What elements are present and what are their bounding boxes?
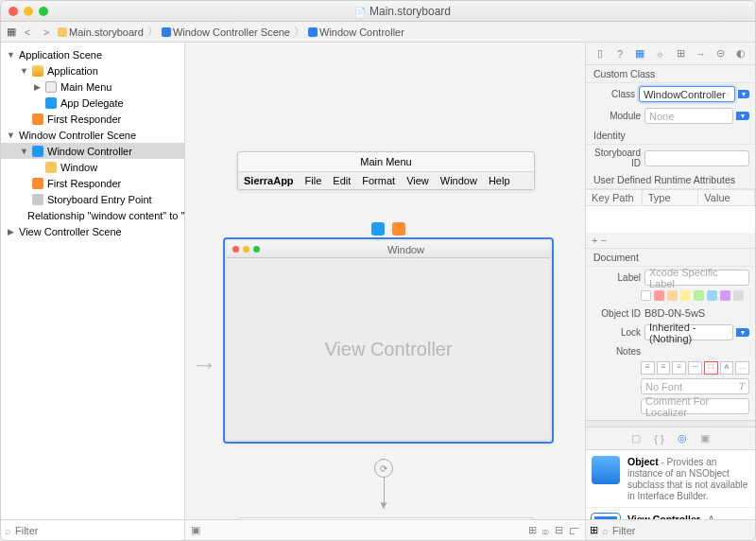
file-inspector-tab[interactable]: ▯ bbox=[592, 45, 609, 62]
udra-add-remove[interactable]: + − bbox=[586, 233, 755, 249]
scene-icon bbox=[162, 27, 171, 37]
outline-row[interactable]: First Responder bbox=[1, 111, 184, 127]
class-dropdown-icon[interactable]: ▾ bbox=[738, 90, 749, 98]
grid-view-icon[interactable]: ⊞ bbox=[590, 524, 598, 536]
first-responder-icon[interactable] bbox=[392, 222, 405, 236]
forward-button[interactable]: > bbox=[39, 26, 54, 38]
outline-row[interactable]: ▼Application bbox=[1, 62, 184, 79]
outline-row[interactable]: ▶Main Menu bbox=[1, 79, 184, 95]
align-icon[interactable]: ⊟ bbox=[555, 524, 563, 536]
window-content-placeholder: View Controller bbox=[227, 258, 550, 440]
outline-row[interactable]: Relationship "window content" to "… bbox=[1, 207, 184, 223]
help-inspector-tab[interactable]: ? bbox=[611, 45, 628, 62]
inspector-panel: ▯ ? ▦ ⟐ ⊞ → ⊝ ◐ Custom Class Class Windo… bbox=[585, 43, 755, 540]
window-controller-scene[interactable]: Window View Controller bbox=[223, 220, 554, 444]
effects-inspector-tab[interactable]: ◐ bbox=[732, 45, 749, 62]
main-menu-title: Main Menu bbox=[238, 152, 534, 171]
module-dropdown-icon[interactable]: ▾ bbox=[736, 112, 749, 120]
notes-font-field[interactable]: No Font𝑇 bbox=[641, 378, 749, 394]
media-library-tab[interactable]: ▣ bbox=[700, 432, 710, 445]
storyboard-id-field[interactable] bbox=[644, 150, 749, 166]
search-icon: ⌕ bbox=[602, 525, 609, 536]
jumpbar-segment[interactable]: Window Controller bbox=[308, 26, 404, 38]
udra-header: User Defined Runtime Attributes bbox=[586, 171, 755, 189]
library-item-icon bbox=[592, 456, 620, 484]
main-menu-scene[interactable]: Main Menu SierraAppFileEditFormatViewWin… bbox=[237, 151, 535, 190]
library-item[interactable]: View Controller - A controller that mana… bbox=[586, 508, 755, 519]
embed-icon[interactable]: ⎄ bbox=[542, 525, 549, 536]
udra-table[interactable] bbox=[586, 206, 755, 233]
window-controller-icon[interactable] bbox=[371, 222, 385, 236]
notes-color-icon[interactable]: □ bbox=[704, 361, 718, 375]
notes-toolbar[interactable]: ≡≡≡─ □A… bbox=[586, 359, 755, 376]
menu-item[interactable]: Window bbox=[440, 175, 477, 186]
canvas-footer: ▣ ⊞ ⎄ ⊟ ⫍ bbox=[185, 519, 585, 540]
outline-tree[interactable]: ▼Application Scene▼Application▶Main Menu… bbox=[1, 43, 184, 519]
outline-row[interactable]: Storyboard Entry Point bbox=[1, 191, 184, 207]
module-field[interactable]: None bbox=[644, 108, 733, 124]
lock-field[interactable]: Inherited - (Nothing) bbox=[644, 324, 733, 340]
document-title: Main.storyboard bbox=[58, 5, 747, 18]
history-toggle-icon[interactable]: ▦ bbox=[7, 26, 16, 38]
file-icon bbox=[58, 27, 67, 37]
object-id-label: Object ID bbox=[592, 308, 641, 319]
outline-row[interactable]: First Responder bbox=[1, 175, 184, 191]
module-label: Module bbox=[592, 111, 641, 121]
jumpbar-segment[interactable]: Window Controller Scene bbox=[162, 26, 290, 38]
doc-label-field[interactable]: Xcode Specific Label bbox=[644, 270, 749, 286]
view-controller-scene[interactable]: View Controller bbox=[237, 517, 535, 519]
outline-filter-input[interactable] bbox=[15, 525, 180, 536]
outline-filter-bar: ⌕ bbox=[1, 519, 184, 540]
swatch-none-icon[interactable] bbox=[641, 290, 651, 301]
window-preview[interactable]: Window View Controller bbox=[227, 241, 550, 440]
object-library-list[interactable]: Object - Provides an instance of an NSOb… bbox=[586, 450, 755, 519]
localizer-comment-field[interactable]: Comment For Localizer bbox=[641, 398, 749, 414]
outline-row[interactable]: ▼Window Controller bbox=[1, 143, 184, 159]
jumpbar-segment[interactable]: Main.storyboard bbox=[58, 26, 144, 38]
code-snippet-tab[interactable]: { } bbox=[654, 433, 663, 445]
menu-item[interactable]: View bbox=[406, 175, 429, 186]
main-menu-bar: SierraAppFileEditFormatViewWindowHelp bbox=[238, 171, 534, 189]
object-library-tab[interactable]: ◎ bbox=[678, 432, 687, 445]
menu-item[interactable]: SierraApp bbox=[244, 175, 294, 186]
library-footer: ⊞ ⌕ bbox=[586, 519, 755, 540]
library-filter-input[interactable] bbox=[612, 525, 751, 536]
outline-row[interactable]: ▼Application Scene bbox=[1, 46, 184, 62]
layout-icon[interactable]: ⊞ bbox=[528, 524, 537, 536]
search-icon: ⌕ bbox=[5, 525, 11, 536]
class-stepper-icon[interactable]: ○ bbox=[726, 90, 730, 98]
outline-row[interactable]: ▼Window Controller Scene bbox=[1, 127, 184, 143]
canvas-area: Main Menu SierraAppFileEditFormatViewWin… bbox=[185, 43, 585, 540]
inspector-tabs: ▯ ? ▦ ⟐ ⊞ → ⊝ ◐ bbox=[586, 43, 755, 65]
notes-label: Notes bbox=[592, 346, 641, 357]
segue[interactable]: ⟳ ▼ bbox=[374, 459, 393, 508]
lock-dropdown-icon[interactable]: ▾ bbox=[736, 328, 749, 337]
file-template-tab[interactable]: ▢ bbox=[631, 432, 641, 445]
back-button[interactable]: < bbox=[20, 26, 35, 38]
connections-inspector-tab[interactable]: → bbox=[693, 45, 710, 62]
bindings-inspector-tab[interactable]: ⊝ bbox=[713, 45, 730, 62]
class-field[interactable]: WindowController○ bbox=[639, 86, 735, 102]
outline-toggle-icon[interactable]: ▣ bbox=[191, 524, 200, 536]
controller-icon bbox=[308, 27, 318, 37]
storyboard-id-label: Storyboard ID bbox=[592, 148, 641, 168]
font-picker-icon[interactable]: 𝑇 bbox=[739, 380, 745, 393]
label-color-swatches[interactable] bbox=[586, 288, 755, 305]
outline-row[interactable]: Window bbox=[1, 159, 184, 175]
pin-icon[interactable]: ⫍ bbox=[569, 525, 579, 536]
minimize-icon[interactable] bbox=[24, 7, 33, 16]
size-inspector-tab[interactable]: ⊞ bbox=[672, 45, 689, 62]
outline-row[interactable]: App Delegate bbox=[1, 95, 184, 111]
ib-canvas[interactable]: Main Menu SierraAppFileEditFormatViewWin… bbox=[185, 43, 585, 519]
library-item[interactable]: Object - Provides an instance of an NSOb… bbox=[586, 450, 755, 508]
identity-inspector-tab[interactable]: ▦ bbox=[631, 45, 648, 62]
outline-row[interactable]: ▶View Controller Scene bbox=[1, 223, 184, 239]
menu-item[interactable]: Format bbox=[362, 175, 395, 186]
close-icon[interactable] bbox=[9, 7, 18, 16]
menu-item[interactable]: Help bbox=[489, 175, 510, 186]
identity-header: Identity bbox=[586, 127, 755, 145]
menu-item[interactable]: File bbox=[305, 175, 322, 186]
attributes-inspector-tab[interactable]: ⟐ bbox=[652, 45, 669, 62]
zoom-icon[interactable] bbox=[39, 7, 48, 16]
menu-item[interactable]: Edit bbox=[333, 175, 351, 186]
